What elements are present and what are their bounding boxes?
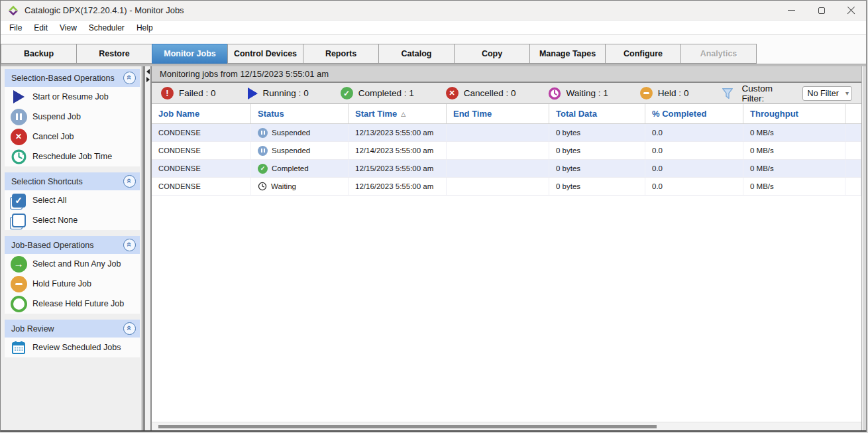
column-header-pct-completed[interactable]: % Completed — [645, 104, 743, 123]
cell-pct-completed: 0.0 — [645, 142, 743, 159]
failed-icon — [161, 87, 174, 99]
sidebar-item-label: Cancel Job — [32, 132, 74, 141]
column-header-start-time[interactable]: Start Time△ — [349, 104, 447, 123]
expand-right-arrow-icon[interactable] — [146, 77, 150, 82]
cancel-circle-icon — [5, 129, 32, 145]
menu-file[interactable]: File — [3, 22, 28, 34]
counter-separator: : — [296, 88, 303, 98]
menu-view[interactable]: View — [54, 22, 83, 34]
minimize-button[interactable] — [777, 1, 806, 20]
vertical-scrollbar[interactable] — [861, 66, 866, 430]
sidebar-item-select-and-run-any-job[interactable]: Select and Run Any Job — [5, 254, 140, 274]
cell-start-time: 12/16/2023 5:55:00 am — [349, 178, 447, 195]
sidebar-item-review-scheduled-jobs[interactable]: Review Scheduled Jobs — [5, 338, 140, 357]
section-header-job-review[interactable]: Job Review — [5, 320, 140, 338]
table-row[interactable]: CONDENSE Suspended 12/14/2023 5:55:00 am… — [152, 142, 861, 160]
section-selection-based-operations: Selection-Based Operations Start or Resu… — [5, 69, 140, 166]
custom-filter-label: Custom Filter: — [741, 84, 796, 103]
collapse-chevron-icon[interactable] — [123, 239, 136, 251]
close-button[interactable] — [836, 1, 866, 20]
cell-total-data: 0 bytes — [549, 124, 645, 141]
sidebar-item-suspend-job[interactable]: Suspend Job — [5, 107, 140, 127]
tab-configure[interactable]: Configure — [605, 44, 681, 64]
column-header-status[interactable]: Status — [251, 104, 349, 123]
column-header-throughput[interactable]: Throughput — [743, 104, 845, 123]
column-header-job-name[interactable]: Job Name — [152, 104, 251, 123]
sidebar-item-select-all[interactable]: Select All — [5, 190, 140, 210]
counter-text: Failed : 0 — [179, 88, 216, 98]
table-row[interactable]: CONDENSE Suspended 12/13/2023 5:55:00 am… — [152, 124, 861, 142]
status-counter-held: Held : 0 — [640, 87, 689, 99]
counter-separator: : — [677, 88, 684, 98]
sort-ascending-icon: △ — [401, 111, 406, 117]
window-title: Catalogic DPX(172.20.4.1) - Monitor Jobs — [25, 5, 184, 15]
cell-filler — [845, 178, 861, 195]
menu-edit[interactable]: Edit — [28, 22, 54, 34]
custom-filter-dropdown[interactable]: No Filter ▾ — [802, 86, 852, 101]
sidebar-item-start-or-resume-job[interactable]: Start or Resume Job — [5, 87, 140, 107]
section-header-job-based-operations[interactable]: Job-Based Operations — [5, 236, 140, 254]
collapse-chevron-icon[interactable] — [123, 175, 136, 188]
counter-label: Failed — [179, 88, 203, 98]
tab-analytics: Analytics — [680, 44, 757, 64]
tab-restore[interactable]: Restore — [76, 44, 152, 64]
monitoring-header: Monitoring jobs from 12/15/2023 5:55:01 … — [152, 66, 861, 83]
tab-copy[interactable]: Copy — [454, 44, 530, 64]
counter-text: Held : 0 — [658, 88, 689, 98]
column-header-total-data[interactable]: Total Data — [549, 104, 645, 123]
sidebar-item-label: Reschedule Job Time — [32, 152, 112, 161]
menu-scheduler[interactable]: Scheduler — [83, 22, 131, 34]
tab-backup[interactable]: Backup — [1, 44, 77, 64]
counter-text: Cancelled : 0 — [464, 88, 516, 98]
status-counter-cancelled: Cancelled : 0 — [446, 87, 516, 99]
collapse-chevron-icon[interactable] — [123, 72, 136, 84]
sidebar-item-reschedule-job-time[interactable]: Reschedule Job Time — [5, 147, 140, 166]
sidebar-item-hold-future-job[interactable]: Hold Future Job — [5, 274, 140, 294]
tab-control-devices[interactable]: Control Devices — [227, 44, 303, 64]
counter-label: Cancelled — [464, 88, 504, 98]
sidebar-item-release-held-future-job[interactable]: Release Held Future Job — [5, 294, 140, 314]
counter-label: Running — [263, 88, 296, 98]
sidebar-splitter[interactable] — [145, 66, 152, 430]
counter-text: Completed : 1 — [358, 88, 414, 98]
chevron-down-icon: ▾ — [845, 90, 849, 97]
section-header-selection-based-operations[interactable]: Selection-Based Operations — [5, 69, 140, 87]
cell-end-time — [447, 142, 549, 159]
tab-manage-tapes[interactable]: Manage Tapes — [529, 44, 606, 64]
title-bar: Catalogic DPX(172.20.4.1) - Monitor Jobs — [1, 1, 866, 21]
column-header-end-time[interactable]: End Time — [447, 104, 549, 123]
tab-monitor-jobs[interactable]: Monitor Jobs — [152, 44, 228, 64]
custom-filter-group: Custom Filter: No Filter ▾ — [720, 84, 861, 103]
cell-end-time — [447, 178, 549, 195]
table-row[interactable]: CONDENSE Completed 12/15/2023 5:55:00 am… — [152, 160, 861, 178]
collapse-left-arrow-icon[interactable] — [146, 69, 150, 74]
horizontal-scrollbar-thumb[interactable] — [158, 425, 657, 428]
section-title: Job-Based Operations — [11, 241, 93, 250]
counter-value: 1 — [603, 88, 608, 98]
vertical-scrollbar-thumb[interactable] — [863, 66, 866, 430]
status-counter-waiting: Waiting : 1 — [548, 87, 608, 100]
main-panel: Monitoring jobs from 12/15/2023 5:55:01 … — [152, 66, 866, 430]
reschedule-clock-icon — [5, 149, 32, 165]
cell-start-time: 12/14/2023 5:55:00 am — [349, 142, 447, 159]
section-job-review: Job Review — [5, 320, 140, 357]
sidebar-panel: Selection-Based Operations Start or Resu… — [1, 66, 141, 430]
sidebar-item-label: Suspend Job — [32, 112, 81, 121]
cell-pct-completed: 0.0 — [645, 160, 743, 177]
maximize-button[interactable] — [806, 1, 836, 20]
tab-reports[interactable]: Reports — [303, 44, 379, 64]
sidebar-item-cancel-job[interactable]: Cancel Job — [5, 127, 140, 147]
cell-pct-completed: 0.0 — [645, 178, 743, 195]
section-header-selection-shortcuts[interactable]: Selection Shortcuts — [5, 172, 140, 190]
cell-end-time — [447, 124, 549, 141]
menu-help[interactable]: Help — [131, 22, 159, 34]
horizontal-scrollbar[interactable] — [152, 422, 861, 430]
collapse-chevron-icon[interactable] — [123, 322, 136, 335]
sidebar-item-label: Start or Resume Job — [32, 92, 109, 101]
table-row[interactable]: CONDENSE Waiting 12/16/2023 5:55:00 am 0… — [152, 178, 861, 196]
tab-catalog[interactable]: Catalog — [378, 44, 455, 64]
sidebar-item-select-none[interactable]: Select None — [5, 210, 140, 230]
menu-bar: File Edit View Scheduler Help — [1, 21, 866, 35]
counter-value: 0 — [684, 88, 689, 98]
waiting-clock-icon — [258, 182, 267, 191]
